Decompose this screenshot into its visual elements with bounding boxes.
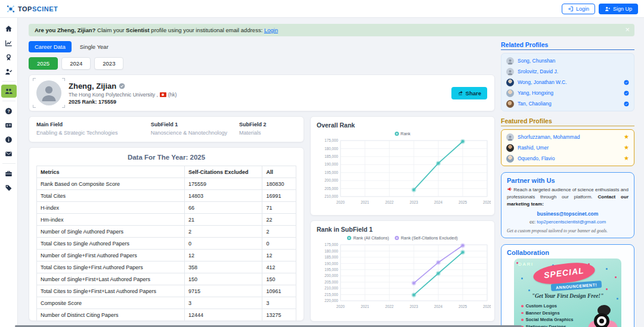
table-cell: 358 [184, 261, 262, 273]
partner-note: Get a custom proposal tailored to your b… [507, 228, 628, 233]
profile-link[interactable]: Rashid, Umer [518, 145, 549, 151]
svg-text:2026: 2026 [483, 200, 491, 204]
sidebar-item-briefcase[interactable] [1, 167, 17, 180]
profile-link[interactable]: Oquendo, Flavio [518, 155, 555, 161]
chart-svg: 175,000180,000185,000190,000195,000200,0… [315, 137, 491, 212]
profile-link[interactable]: Yang, Hongxing [518, 90, 553, 96]
featured-star-icon: ★ [624, 134, 629, 140]
table-cell: 9715 [184, 285, 262, 297]
table-cell: 13275 [262, 309, 296, 321]
sidebar-item-info-circle[interactable] [1, 133, 17, 146]
sidebar-item-envelope[interactable] [1, 147, 17, 160]
legend-item[interactable]: Rank (All Citations) [347, 236, 389, 240]
table-row: Ratio of Total Citations to Distinct Cit… [37, 321, 296, 322]
avatar-photo [506, 100, 514, 108]
partner-cc-email-link[interactable]: top2percentscientist@gmail.com [537, 219, 606, 225]
sidebar-item-user-check[interactable] [1, 65, 17, 78]
field-item: SubField 1Nanoscience & Nanotechnology [151, 122, 239, 136]
avatar-photo [506, 155, 514, 163]
svg-text:180,000: 180,000 [324, 249, 338, 253]
chart-plot[interactable]: 175,000180,000185,000190,000195,000200,0… [315, 137, 490, 214]
profile-list-item[interactable]: Wong, Jonathan W.C. [505, 77, 630, 88]
table-cell: 150 [184, 273, 262, 285]
svg-text:200,000: 200,000 [324, 178, 338, 182]
profile-link[interactable]: Shorfuzzaman, Mohammad [518, 134, 580, 140]
signup-button[interactable]: Sign Up [599, 4, 638, 14]
ad-quote: "Get Your First Design Free!" [514, 293, 621, 299]
collaboration-ad-banner[interactable]: DARI SPECIAL ANNOUNCEMENT! "Get Your Fir… [514, 259, 621, 327]
table-row: Hm-index2122 [37, 214, 296, 226]
svg-text:2022: 2022 [385, 304, 394, 309]
profile-link[interactable]: Tan, Chaoliang [518, 101, 552, 107]
svg-text:205,000: 205,000 [324, 186, 338, 191]
tab-career-data[interactable]: Career Data [29, 41, 72, 52]
login-arrow-icon [568, 6, 574, 12]
logo-text: TOPSCINET [18, 5, 58, 13]
year-button-2024[interactable]: 2024 [61, 57, 91, 70]
legend-label: Rank [401, 132, 410, 136]
legend-item[interactable]: Rank [395, 132, 410, 136]
svg-text:220,000: 220,000 [324, 298, 338, 303]
svg-text:190,000: 190,000 [324, 162, 338, 166]
table-title: Data For The Year: 2025 [36, 154, 296, 161]
sidebar-item-medal[interactable] [1, 51, 17, 64]
svg-text:2021: 2021 [361, 304, 370, 309]
alert-close-icon[interactable]: × [625, 26, 630, 33]
overall-rank-chart-card: Overall Rank Rank 175,000180,000185,0001… [310, 116, 495, 216]
sidebar-item-tags[interactable] [1, 181, 17, 194]
svg-text:215,000: 215,000 [324, 292, 338, 297]
table-cell: Ratio of Total Citations to Distinct Cit… [37, 321, 185, 322]
featured-star-icon: ★ [624, 155, 629, 161]
year-button-2023[interactable]: 2023 [94, 57, 123, 70]
partner-email-link[interactable]: business@topscinet.com [507, 211, 628, 217]
topscinet-logo[interactable]: TOPSCINET [6, 4, 58, 14]
profile-list-item[interactable]: Yang, Hongxing [505, 88, 630, 98]
field-label: SubField 1 [151, 122, 239, 127]
table-cell: 3 [184, 297, 262, 309]
megaphone-speaker-icon [594, 313, 609, 327]
metrics-table: MetricsSelf-Citations ExcludedAll Rank B… [36, 166, 296, 321]
svg-text:185,000: 185,000 [324, 154, 338, 158]
sidebar-item-home[interactable] [1, 22, 17, 35]
affiliation: The Hong Kong Polytechnic University , [69, 92, 158, 98]
right-rail: Related Profiles Song, ChunshanSrolovitz… [501, 41, 634, 327]
profile-list-item[interactable]: Shorfuzzaman, Mohammad★ [505, 132, 630, 142]
profile-list-item[interactable]: Srolovitz, David J. [505, 66, 630, 77]
tab-single-year[interactable]: Single Year [74, 41, 114, 52]
sidebar-item-users-group[interactable] [1, 85, 17, 98]
table-cell: H-index [37, 202, 185, 214]
scientist-name: Zheng, Zijian [69, 82, 116, 91]
profile-list-item[interactable]: Tan, Chaoliang [505, 98, 630, 109]
profile-link[interactable]: Wong, Jonathan W.C. [518, 79, 567, 85]
profile-list-item[interactable]: Oquendo, Flavio★ [505, 153, 630, 164]
avatar [36, 80, 61, 105]
verified-check-icon [624, 101, 629, 107]
table-cell: Total Cites to Single Authored Papers [37, 238, 185, 250]
table-cell: 21 [184, 214, 262, 226]
table-cell: 12 [262, 250, 296, 261]
chart-title: Rank in SubField 1 [317, 226, 490, 233]
table-cell: 66 [184, 202, 262, 214]
sidebar-item-line-chart[interactable] [1, 36, 17, 49]
chart-plot[interactable]: 175,000180,000185,000190,000195,000200,0… [315, 241, 490, 319]
avatar-photo [506, 144, 514, 152]
share-button[interactable]: Share [451, 87, 487, 99]
login-button[interactable]: Login [562, 4, 595, 14]
chart-title: Overall Rank [317, 122, 490, 129]
svg-text:195,000: 195,000 [324, 170, 338, 175]
field-value: Nanoscience & Nanotechnology [151, 130, 239, 136]
sidebar-item-question-circle[interactable]: ? [1, 104, 17, 117]
table-row: Total Cites to Single+First+Last Authore… [37, 285, 296, 297]
profile-link[interactable]: Srolovitz, David J. [518, 68, 558, 74]
profile-link[interactable]: Song, Chunshan [518, 58, 555, 64]
related-profiles-heading: Related Profiles [501, 41, 634, 50]
alert-login-link[interactable]: Login [264, 27, 278, 33]
profile-list-item[interactable]: Song, Chunshan [505, 55, 630, 66]
table-body: Rank Based on Composite Score17555918083… [37, 178, 296, 322]
legend-item[interactable]: Rank (Self-Citations Excluded) [395, 236, 457, 240]
table-cell: 22 [262, 214, 296, 226]
sidebar-item-id-card[interactable] [1, 119, 17, 132]
table-cell: 2 [184, 226, 262, 238]
year-button-2025[interactable]: 2025 [29, 57, 58, 70]
profile-list-item[interactable]: Rashid, Umer★ [505, 142, 630, 153]
